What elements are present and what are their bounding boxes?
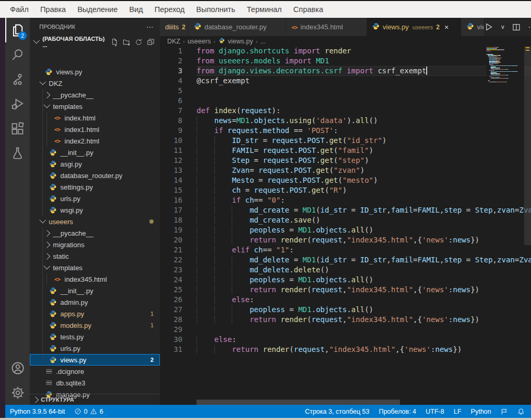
menu-item-Файл[interactable]: Файл: [4, 5, 35, 14]
tree-item-index1.html[interactable]: <>index1.html: [30, 124, 160, 135]
breadcrumb-item-useeers[interactable]: useeers: [188, 38, 211, 45]
tree-item-migrations[interactable]: migrations: [30, 239, 160, 250]
vertical-scrollbar[interactable]: [524, 46, 531, 245]
tree-item-static[interactable]: static: [30, 250, 160, 262]
menu-item-Выделение[interactable]: Выделение: [72, 5, 124, 14]
activitybar-run-debug-icon[interactable]: [5, 92, 30, 116]
menu-item-Справка[interactable]: Справка: [288, 5, 329, 14]
tree-item-urls.py[interactable]: urls.py: [30, 193, 160, 204]
explorer-more-actions-icon[interactable]: ⋯: [146, 23, 154, 31]
menu-item-Терминал[interactable]: Терминал: [241, 5, 288, 14]
minimap-line: [486, 82, 524, 82]
tree-item-__pycache__[interactable]: __pycache__: [30, 227, 160, 239]
tree-item-views.py[interactable]: views.py: [30, 66, 160, 78]
run-dropdown-chevron-icon[interactable]: ∨: [501, 24, 505, 30]
notifications-bell-icon[interactable]: [513, 408, 531, 415]
close-icon[interactable]: ×: [445, 23, 449, 31]
line-number: 12: [160, 156, 182, 165]
activitybar-settings-icon[interactable]: [5, 380, 30, 405]
breadcrumb-item-DKZ[interactable]: DKZ: [167, 38, 180, 45]
run-python-file-icon[interactable]: [484, 23, 493, 31]
tab-database_roouter.py[interactable]: database_roouter.py: [189, 18, 286, 36]
tree-item-__init__.py[interactable]: __init__.py: [30, 285, 160, 296]
tree-item-models.py[interactable]: models.py1: [30, 319, 160, 331]
refresh-icon[interactable]: [135, 38, 143, 46]
tab-diiits[interactable]: diiits2: [160, 18, 189, 36]
tree-item-urls.py[interactable]: urls.py: [30, 342, 160, 354]
tree-item-index.html[interactable]: <>index.html: [30, 112, 160, 124]
tree-item-index345.html[interactable]: <>index345.html: [30, 273, 160, 285]
activitybar-testing-icon[interactable]: [5, 141, 30, 165]
menu-item-Правка[interactable]: Правка: [35, 5, 72, 14]
new-folder-icon[interactable]: [123, 38, 131, 46]
breadcrumb-item-...[interactable]: ...: [260, 38, 265, 45]
indentation-status[interactable]: Пробелов: 4: [374, 408, 421, 415]
activitybar-source-control-icon[interactable]: [5, 67, 30, 92]
minimap-line: [486, 79, 524, 80]
tab-views.py[interactable]: views.pyuseeers2×: [367, 18, 461, 36]
code-text: return render(request,"index345.html",{'…: [197, 285, 531, 295]
breadcrumb-item-views.py[interactable]: views.py: [228, 38, 253, 45]
python-icon: [467, 23, 474, 30]
tree-item-wsgi.py[interactable]: wsgi.py: [30, 204, 160, 216]
minimap-line: [486, 77, 524, 78]
feedback-icon[interactable]: [496, 408, 513, 415]
tree-item-templates[interactable]: templates: [30, 262, 160, 273]
minimap[interactable]: [486, 47, 524, 83]
line-number: 5: [160, 86, 182, 96]
code-editor[interactable]: 1from django.shortcuts import render2fro…: [160, 46, 531, 355]
cursor-position-status[interactable]: Строка 3, столбец 53: [300, 408, 374, 415]
tree-item-apps.py[interactable]: apps.py1: [30, 308, 160, 319]
menu-item-Переход[interactable]: Переход: [149, 5, 191, 14]
code-text: FAMIL= request.POST.get("famil"): [197, 146, 531, 156]
tree-item-DKZ[interactable]: DKZ: [30, 78, 160, 89]
collapse-folders-icon[interactable]: [147, 38, 155, 46]
workspace-section-header[interactable]: (РАБОЧАЯ ОБЛАСТЬ) ...: [30, 36, 160, 48]
horizontal-scrollbar[interactable]: [197, 400, 400, 405]
tree-item-.dcignore[interactable]: .dcignore: [30, 366, 160, 377]
tree-item-settings.py[interactable]: settings.py: [30, 181, 160, 193]
tree-item-label: views.py: [60, 356, 86, 364]
line-number: 13: [160, 165, 182, 175]
breadcrumb[interactable]: DKZ›useeers›views.py›...: [160, 36, 531, 46]
code-line-7: 7def index(request):: [160, 106, 531, 116]
file-icon: <>: [291, 23, 297, 31]
python-interpreter-status[interactable]: Python 3.9.5 64-bit: [5, 408, 70, 415]
menu-item-Вид[interactable]: Вид: [123, 5, 148, 14]
minimap-line: [486, 68, 524, 68]
indent-guide: [47, 112, 47, 124]
tree-item-__pycache__[interactable]: __pycache__: [30, 89, 160, 101]
new-file-icon[interactable]: [111, 38, 118, 46]
tab-label: database_roouter.py: [204, 23, 267, 31]
activitybar-explorer-icon[interactable]: 2: [5, 18, 30, 42]
tab-index345.html[interactable]: <>index345.html: [286, 18, 367, 36]
split-editor-icon[interactable]: [512, 23, 521, 31]
indent-guide: [47, 124, 47, 135]
language-mode-status[interactable]: Python: [466, 408, 496, 415]
tree-item-database_roouter.py[interactable]: database_roouter.py: [30, 170, 160, 181]
file-icon: [45, 379, 53, 387]
activitybar-search-icon[interactable]: [5, 42, 30, 67]
tab-vie[interactable]: vie: [461, 18, 484, 36]
eol-status[interactable]: LF: [449, 408, 466, 415]
tree-item-db.sqlite3[interactable]: db.sqlite3: [30, 377, 160, 389]
code-text: peopless = MD1.objects.all(): [197, 275, 531, 285]
tree-item-admin.py[interactable]: admin.py: [30, 296, 160, 308]
problems-status[interactable]: 0 6: [70, 408, 108, 415]
tree-item-templates[interactable]: templates: [30, 101, 160, 112]
tree-item-tests.py[interactable]: tests.py: [30, 331, 160, 342]
outline-section-header[interactable]: СТРУКТУРА: [30, 394, 160, 405]
tree-item-__init__.py[interactable]: __init__.py: [30, 147, 160, 158]
indent-guide: [42, 285, 43, 296]
tree-item-asgi.py[interactable]: asgi.py: [30, 158, 160, 170]
encoding-status[interactable]: UTF-8: [421, 408, 449, 415]
tree-item-index2.html[interactable]: <>index2.html: [30, 135, 160, 147]
tree-item-useeers[interactable]: useeers: [30, 216, 160, 227]
code-text: @csrf_exempt: [197, 76, 531, 86]
activitybar-account-icon[interactable]: [5, 356, 30, 380]
activitybar-extensions-icon[interactable]: [5, 116, 30, 141]
more-actions-icon[interactable]: ···: [528, 23, 531, 32]
menu-item-Выполнить[interactable]: Выполнить: [190, 5, 241, 14]
indent-guide: [42, 112, 43, 124]
tree-item-views.py[interactable]: views.py2: [30, 354, 160, 366]
